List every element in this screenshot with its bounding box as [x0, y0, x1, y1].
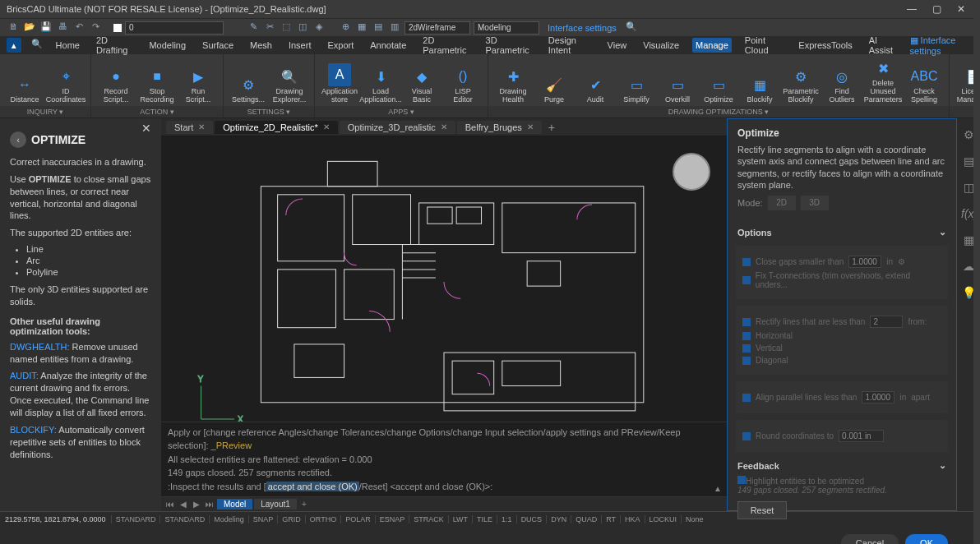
- rectify-checkbox[interactable]: [742, 318, 751, 326]
- layer-color-swatch[interactable]: [113, 24, 122, 32]
- status-toggle-quad[interactable]: QUAD: [571, 515, 601, 523]
- status-toggle-esnap[interactable]: ESNAP: [375, 515, 409, 523]
- close-tab-icon[interactable]: ✕: [198, 122, 205, 131]
- ribbon-group-label[interactable]: ACTION ▾: [91, 106, 223, 118]
- tool-icon[interactable]: ✂: [263, 21, 276, 35]
- ribbon-id-coordinates[interactable]: ⌖ID Coordinates: [46, 58, 86, 106]
- status-toggle-ortho[interactable]: ORTHO: [305, 515, 340, 523]
- tool-icon[interactable]: ⊕: [339, 21, 352, 35]
- status-toggle-standard[interactable]: STANDARD: [111, 515, 160, 523]
- drawing-canvas[interactable]: Y X: [161, 136, 727, 422]
- tool-icon[interactable]: ✎: [247, 21, 260, 35]
- status-toggle-rt[interactable]: RT: [601, 515, 620, 523]
- app-logo[interactable]: ▲: [7, 38, 21, 53]
- menu-tab-export[interactable]: Export: [324, 38, 357, 53]
- round-coords-checkbox[interactable]: [742, 432, 751, 440]
- menu-tab-manage[interactable]: Manage: [692, 38, 732, 53]
- ribbon-check-spelling[interactable]: ABCCheck Spelling: [904, 58, 944, 106]
- cmd-expand-icon[interactable]: ▲: [714, 482, 722, 495]
- ribbon-drawing-explorer-[interactable]: 🔍Drawing Explorer...: [270, 58, 309, 106]
- close-panel-button[interactable]: ✕: [141, 122, 151, 135]
- menu-tab-visualize[interactable]: Visualize: [640, 38, 682, 53]
- ribbon-drawing-health[interactable]: ✚Drawing Health: [493, 58, 533, 106]
- ribbon-group-label[interactable]: SETTINGS ▾: [224, 106, 314, 118]
- doc-tab[interactable]: Optimize_2D_Realistic*✕: [215, 121, 338, 134]
- close-tab-icon[interactable]: ✕: [441, 122, 447, 131]
- maximize-button[interactable]: ▢: [924, 3, 949, 15]
- diagonal-checkbox[interactable]: [742, 357, 751, 365]
- new-icon[interactable]: 🗎: [7, 21, 20, 35]
- status-toggle-11[interactable]: 1:1: [497, 515, 516, 523]
- ribbon-purge[interactable]: 🧹Purge: [534, 58, 574, 106]
- close-window-button[interactable]: ✕: [949, 3, 973, 15]
- doc-tab[interactable]: Start✕: [166, 121, 213, 134]
- tool-icon[interactable]: ◫: [296, 21, 309, 35]
- round-precision-input[interactable]: [839, 430, 884, 442]
- tool-icon[interactable]: ◈: [312, 21, 326, 35]
- status-toggle-modeling[interactable]: Modeling: [209, 515, 248, 523]
- print-icon[interactable]: 🖶: [56, 21, 69, 35]
- settings-icon[interactable]: ⚙: [898, 257, 905, 266]
- ribbon-audit[interactable]: ✔Audit: [576, 58, 615, 106]
- feedback-section-header[interactable]: Feedback⌄: [728, 455, 956, 476]
- add-layout-button[interactable]: +: [298, 500, 310, 509]
- minimize-button[interactable]: —: [899, 3, 924, 15]
- search-icon[interactable]: 🔍: [625, 21, 638, 35]
- layout-tab[interactable]: Layout1: [254, 499, 297, 509]
- menu-tab-modeling[interactable]: Modeling: [146, 38, 189, 53]
- undo-icon[interactable]: ↶: [72, 21, 86, 35]
- next-tab-button[interactable]: ▶: [191, 500, 202, 509]
- ribbon-settings-[interactable]: ⚙Settings...: [229, 58, 268, 106]
- vertical-checkbox[interactable]: [742, 344, 751, 353]
- menu-tab-surface[interactable]: Surface: [199, 38, 237, 53]
- layer-select[interactable]: [125, 21, 224, 35]
- highlight-checkbox[interactable]: [737, 476, 746, 484]
- tool-icon[interactable]: ▤: [372, 21, 385, 35]
- menu-tab-expresstools[interactable]: ExpressTools: [795, 38, 855, 53]
- menu-tab-mesh[interactable]: Mesh: [247, 38, 275, 53]
- menu-tab-home[interactable]: Home: [53, 38, 83, 53]
- interface-settings-link-right[interactable]: ▦ Interface settings: [910, 35, 973, 56]
- fix-t-checkbox[interactable]: [742, 276, 751, 284]
- reset-button[interactable]: Reset: [737, 501, 787, 519]
- add-tab-button[interactable]: +: [543, 121, 560, 134]
- ribbon-visual-basic[interactable]: ◆Visual Basic: [402, 58, 441, 106]
- doc-tab[interactable]: Belfry_Bruges✕: [457, 121, 542, 134]
- tool-icon[interactable]: ▦: [355, 21, 368, 35]
- ribbon-blockify[interactable]: ▦Blockify: [740, 58, 779, 106]
- ribbon-delete-unused-parameters[interactable]: ✖Delete Unused Parameters: [863, 58, 903, 106]
- status-toggle-dyn[interactable]: DYN: [546, 515, 571, 523]
- close-gaps-input[interactable]: [848, 256, 881, 268]
- tool-icon[interactable]: ⬚: [280, 21, 293, 35]
- prev-tab-button[interactable]: ◀: [178, 500, 189, 509]
- ribbon-optimize[interactable]: ▭Optimize: [699, 58, 738, 106]
- ribbon-find-outliers[interactable]: ◎Find Outliers: [822, 58, 862, 106]
- interface-settings-link[interactable]: Interface settings: [543, 23, 622, 33]
- status-toggle-hka[interactable]: HKA: [620, 515, 645, 523]
- ribbon-run-script-[interactable]: ▶Run Script...: [178, 58, 218, 106]
- tool-icon[interactable]: ▥: [388, 21, 401, 35]
- ribbon-group-label[interactable]: INQUIRY ▾: [0, 106, 90, 118]
- close-gaps-checkbox[interactable]: [742, 258, 751, 266]
- rectify-angle-input[interactable]: [870, 316, 903, 328]
- status-toggle-polar[interactable]: POLAR: [340, 515, 375, 523]
- ribbon-overkill[interactable]: ▭Overkill: [658, 58, 697, 106]
- status-toggle-ducs[interactable]: DUCS: [516, 515, 547, 523]
- status-toggle-standard[interactable]: STANDARD: [159, 515, 209, 523]
- ribbon-load-application-[interactable]: ⬇Load Application...: [361, 58, 400, 106]
- back-button[interactable]: ‹: [10, 131, 26, 148]
- first-tab-button[interactable]: ⏮: [164, 500, 176, 509]
- open-icon[interactable]: 📂: [23, 21, 36, 35]
- model-tab[interactable]: Model: [217, 499, 252, 509]
- mode-2d-button[interactable]: 2D: [768, 196, 796, 210]
- ok-button[interactable]: OK: [905, 534, 948, 544]
- close-tab-icon[interactable]: ✕: [527, 122, 534, 131]
- status-toggle-strack[interactable]: STRACK: [409, 515, 448, 523]
- command-line[interactable]: Apply or [change reference Angles/change…: [161, 422, 727, 497]
- cancel-button[interactable]: Cancel: [841, 534, 899, 544]
- last-tab-button[interactable]: ⏭: [204, 500, 215, 509]
- doc-tab[interactable]: Optimize_3D_realistic✕: [340, 121, 455, 134]
- search-menu-icon[interactable]: 🔍: [31, 39, 43, 52]
- save-icon[interactable]: 💾: [39, 21, 53, 35]
- help-link[interactable]: DWGHEALTH:: [10, 342, 70, 352]
